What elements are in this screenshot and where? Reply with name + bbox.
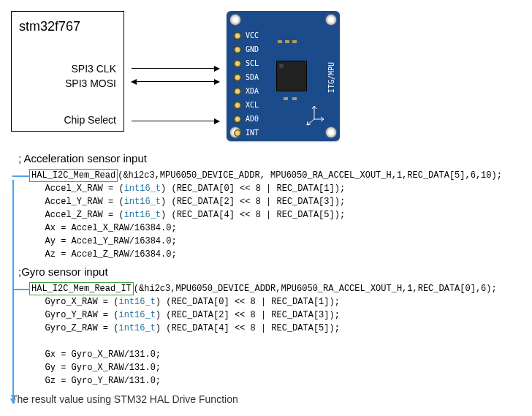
gyro-code: HAL_I2C_Mem_Read_IT(&hi2c3,MPU6050_DEVIC…: [29, 282, 521, 387]
mount-hole: [229, 14, 241, 26]
axis-icon: [303, 105, 325, 126]
pin-label: XDA: [246, 87, 259, 95]
smd-part: [284, 97, 288, 100]
code-section: ; Acceleration sensor input HAL_I2C_Mem_…: [11, 152, 521, 387]
gyro-title: ;Gyro sensor input: [18, 265, 521, 278]
arrow-clk: [132, 68, 219, 69]
arrow-mosi: [132, 81, 219, 82]
ic-chip: [276, 61, 307, 91]
mount-hole: [325, 126, 337, 138]
signal-clk: SPI3 CLK: [72, 63, 116, 75]
mount-hole: [325, 14, 337, 26]
mcu-title: stm32f767: [19, 19, 116, 34]
smd-part: [285, 40, 289, 43]
wiring-arrows: [132, 11, 219, 135]
accel-title: ; Acceleration sensor input: [18, 152, 521, 164]
callout-line: [12, 180, 14, 404]
pin-label: INT: [246, 129, 259, 137]
smd-part: [292, 97, 297, 100]
pin-label: XCL: [246, 101, 259, 109]
mcu-box: stm32f767 SPI3 CLK SPI3 MOSI Chip Select: [11, 11, 124, 132]
accel-code: HAL_I2C_Mem_Read(&hi2c3,MPU6050_DEVICE_A…: [29, 169, 521, 261]
silk-text: ITG/MPU: [327, 62, 335, 93]
pin-label: SCL: [246, 59, 259, 67]
signal-cs: Chip Select: [64, 114, 116, 126]
pin-label: SDA: [246, 73, 259, 81]
hal-fn-box: HAL_I2C_Mem_Read_IT: [29, 282, 134, 295]
hal-fn-box: HAL_I2C_Mem_Read: [29, 169, 118, 182]
signal-mosi: SPI3 MOSI: [65, 77, 116, 89]
svg-line-2: [307, 119, 314, 125]
wiring-diagram: stm32f767 SPI3 CLK SPI3 MOSI Chip Select…: [11, 11, 521, 141]
smd-part: [278, 40, 282, 43]
pin-label: AD0: [246, 115, 259, 123]
arrow-cs: [132, 121, 219, 121]
mpu6050-board: VCC GND SCL SDA XDA XCL AD0 INT ITG/MPU: [227, 11, 340, 141]
pin-label: VCC: [246, 31, 259, 39]
result-caption: The result value using STM32 HAL Drive F…: [11, 393, 521, 405]
smd-part: [292, 40, 297, 43]
pin-header: VCC GND SCL SDA XDA XCL AD0 INT: [234, 29, 259, 140]
pin-label: GND: [246, 45, 259, 53]
